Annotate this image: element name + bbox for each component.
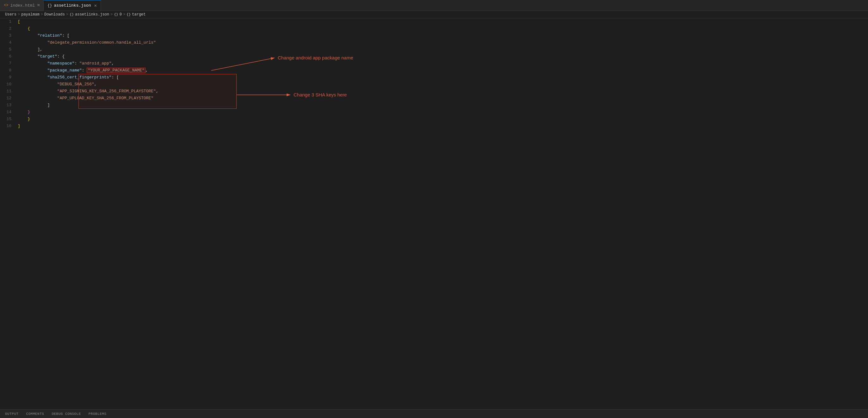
breadcrumb-target: target — [132, 12, 146, 17]
breadcrumb-sep-4: > — [111, 12, 113, 17]
ln-9: 9 — [3, 74, 11, 81]
ln-7: 7 — [3, 60, 11, 67]
tab-assetlinks-json[interactable]: {} assetlinks.json ✕ — [44, 0, 101, 11]
ln-16: 16 — [3, 123, 11, 130]
bottom-tab-output[interactable]: OUTPUT — [5, 412, 19, 416]
code-line-3: "relation": [ — [18, 32, 868, 39]
breadcrumb-payalmam: payalmam — [21, 12, 39, 17]
breadcrumb-sep-2: > — [41, 12, 43, 17]
breadcrumb-users: Users — [5, 12, 17, 17]
breadcrumb-zero: 0 — [120, 12, 122, 17]
ln-15: 15 — [3, 116, 11, 123]
breadcrumb-json-icon-1: {} — [70, 13, 74, 17]
tab-modified-indicator: M — [37, 3, 39, 7]
code-line-5: ], — [18, 46, 868, 53]
code-line-9: "sha256_cert_fingerprints": [ — [18, 74, 868, 81]
code-editor[interactable]: [ { "relation": [ "delegate_permission/c… — [15, 18, 868, 409]
breadcrumb-downloads: Downloads — [44, 12, 65, 17]
code-line-4: "delegate_permission/common.handle_all_u… — [18, 39, 868, 46]
breadcrumb: Users > payalmam > Downloads > {} assetl… — [0, 11, 868, 18]
code-line-7: "namespace": "android_app", — [18, 60, 868, 67]
breadcrumb-sep-1: > — [18, 12, 20, 17]
code-line-1: [ — [18, 18, 868, 25]
ln-4: 4 — [3, 39, 11, 46]
code-line-16: ] — [18, 123, 868, 130]
code-line-10: "DEBUG_SHA_256", — [18, 81, 868, 88]
code-line-12: "APP_UPLOAD_KEY_SHA_256_FROM_PLAYSTORE" — [18, 95, 868, 102]
tab-label-index-html: index.html — [10, 3, 35, 8]
tab-bar: <> index.html M {} assetlinks.json ✕ — [0, 0, 868, 11]
bottom-tab-comments[interactable]: COMMENTS — [26, 412, 44, 416]
ln-8: 8 — [3, 67, 11, 74]
html-icon: <> — [4, 3, 8, 8]
breadcrumb-assetlinks: assetlinks.json — [75, 12, 109, 17]
breadcrumb-sep-5: > — [123, 12, 125, 17]
bottom-tab-debug[interactable]: DEBUG CONSOLE — [52, 412, 81, 416]
breadcrumb-sep-3: > — [66, 12, 68, 17]
ln-2: 2 — [3, 25, 11, 32]
breadcrumb-json-icon-2: {} — [114, 13, 118, 17]
line-numbers: 1 2 3 4 5 6 7 8 9 10 11 12 13 14 15 16 — [0, 18, 15, 409]
code-line-2: { — [18, 25, 868, 32]
breadcrumb-json-icon-3: {} — [127, 13, 131, 17]
ln-14: 14 — [3, 109, 11, 116]
ln-10: 10 — [3, 81, 11, 88]
ln-11: 11 — [3, 88, 11, 95]
code-line-15: } — [18, 116, 868, 123]
ln-3: 3 — [3, 32, 11, 39]
bottom-bar: OUTPUT COMMENTS DEBUG CONSOLE PROBLEMS — [0, 409, 868, 418]
ln-12: 12 — [3, 95, 11, 102]
editor-container: 1 2 3 4 5 6 7 8 9 10 11 12 13 14 15 16 [… — [0, 18, 868, 409]
ln-13: 13 — [3, 102, 11, 109]
ln-1: 1 — [3, 18, 11, 25]
code-line-11: "APP_SIGNING_KEY_SHA_256_FROM_PLAYSTORE"… — [18, 88, 868, 95]
close-icon[interactable]: ✕ — [94, 3, 96, 8]
ln-6: 6 — [3, 53, 11, 60]
ln-5: 5 — [3, 46, 11, 53]
tab-label-assetlinks: assetlinks.json — [54, 3, 91, 8]
code-line-6: "target": { — [18, 53, 868, 60]
tab-index-html[interactable]: <> index.html M — [0, 0, 44, 11]
code-line-8: "package_name": "YOUR_APP_PACKAGE_NAME", — [18, 67, 868, 74]
bottom-tab-problems[interactable]: PROBLEMS — [89, 412, 106, 416]
json-icon: {} — [48, 3, 52, 8]
code-line-14: } — [18, 109, 868, 116]
code-line-13: ] — [18, 102, 868, 109]
